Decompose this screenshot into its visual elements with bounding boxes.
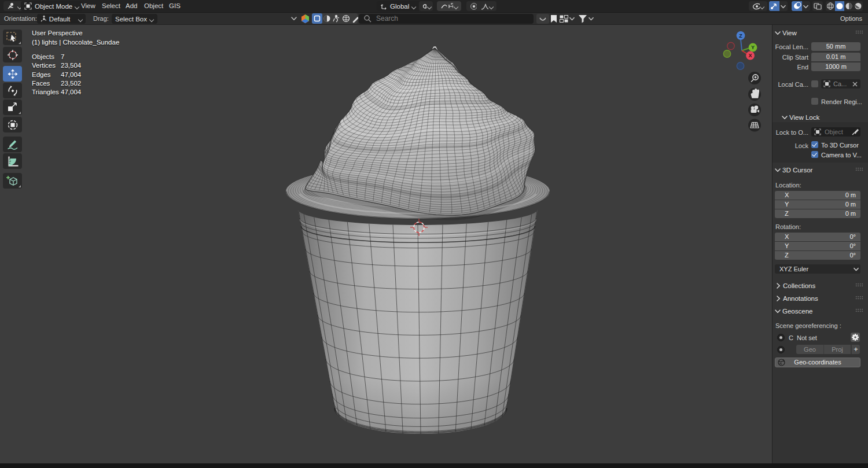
svg-text:Y: Y [751,45,755,50]
svg-text:X: X [748,53,752,58]
svg-text:Z: Z [739,33,742,39]
